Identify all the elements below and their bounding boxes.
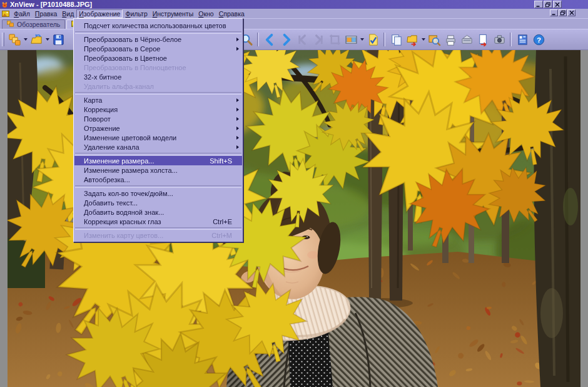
restore-button[interactable] — [544, 1, 552, 8]
menu-item[interactable]: 32-х битное — [74, 72, 242, 81]
slideshow-dropdown-arrow[interactable] — [359, 31, 365, 48]
menubar-item-справка[interactable]: Справка — [216, 9, 247, 18]
move-file-dropdown-arrow[interactable] — [420, 31, 426, 48]
browser-arrow-icon — [24, 38, 28, 41]
properties-button[interactable] — [514, 31, 530, 48]
browser-button[interactable] — [6, 31, 23, 48]
fullscreen-button[interactable] — [426, 31, 442, 48]
menu-item[interactable]: Преобразовать в Цветное — [74, 53, 242, 63]
minimize-button[interactable] — [534, 1, 543, 8]
menubar-item-правка[interactable]: Правка — [33, 9, 59, 18]
move-file-button[interactable] — [404, 31, 420, 48]
acquire-icon — [460, 33, 474, 46]
menubar-item-вид[interactable]: Вид — [59, 9, 76, 18]
first-image-button — [294, 31, 310, 48]
previous-image-button[interactable] — [261, 31, 278, 48]
close-button[interactable] — [553, 1, 562, 8]
open-icon — [30, 33, 43, 46]
crop-button — [327, 31, 343, 48]
menubar: ФайлПравкаВидИзображениеФильтрИнструмент… — [0, 9, 588, 18]
browser-tab-icon — [7, 21, 14, 28]
menubar-item-инструменты[interactable]: Инструменты — [150, 9, 196, 18]
menu-item-label: Автообрезка... — [84, 176, 130, 183]
save-button[interactable] — [50, 31, 66, 48]
menu-item[interactable]: Автообрезка... — [74, 175, 242, 184]
tab-browser[interactable]: Обозреватель — [2, 19, 65, 29]
restore-button-child[interactable] — [559, 9, 567, 16]
next-image-icon — [280, 33, 293, 46]
menu-item[interactable]: Добавить водяной знак... — [74, 207, 242, 217]
menu-item-label: Задать кол-во точек/дюйм... — [84, 190, 173, 197]
menu-item[interactable]: Коррекция красных глазCtrl+E — [74, 217, 242, 226]
first-image-icon — [296, 33, 309, 46]
copy-file-button[interactable] — [388, 31, 404, 48]
menu-item[interactable]: Отражение — [74, 123, 242, 133]
menu-item[interactable]: Преобразовать в Серое — [74, 44, 242, 53]
menu-item[interactable]: Изменение размера...Shift+S — [74, 156, 242, 165]
menu-item[interactable]: Коррекция — [74, 105, 242, 114]
svg-text:?: ? — [537, 36, 541, 43]
submenu-arrow-icon — [236, 38, 239, 41]
close-button-child[interactable] — [567, 9, 575, 16]
crop-icon — [328, 33, 342, 46]
minimize-button-child[interactable] — [550, 9, 558, 16]
print-icon — [444, 33, 457, 46]
menu-item[interactable]: Преобразовать в Чёрно-белое — [74, 34, 242, 44]
open-arrow-icon — [46, 38, 49, 41]
menu-item[interactable]: Подсчет количества использованных цветов — [74, 21, 242, 30]
open-button[interactable] — [28, 31, 44, 48]
window-title: XnView - [P1010488.JPG] — [10, 0, 92, 9]
menu-item-label: Преобразовать в Полноцветное — [84, 64, 186, 71]
toolbar-separator — [383, 33, 385, 46]
capture-icon — [493, 33, 506, 46]
batch-convert-icon — [367, 33, 380, 46]
menu-item-label: Поворот — [84, 115, 111, 123]
move-file-icon — [406, 33, 419, 46]
menubar-item-файл[interactable]: Файл — [11, 9, 33, 18]
menu-item-shortcut: Shift+S — [210, 157, 232, 165]
menu-item[interactable]: Задать кол-во точек/дюйм... — [74, 188, 242, 198]
menu-item[interactable]: Изменение размера холста... — [74, 165, 242, 175]
batch-convert-button[interactable] — [365, 31, 381, 48]
menu-item[interactable]: Добавить текст... — [74, 198, 242, 207]
browser-dropdown-arrow[interactable] — [23, 31, 28, 48]
menu-item-label: Коррекция красных глаз — [84, 218, 161, 225]
menu-item-label: Карта — [84, 96, 102, 104]
menubar-item-изображение[interactable]: Изображение — [76, 9, 123, 18]
slideshow-arrow-icon — [360, 38, 364, 41]
menu-item[interactable]: Поворот — [74, 114, 242, 123]
menu-item-label: Изменение цветовой модели — [84, 134, 176, 142]
menu-item: Изменить карту цветов...Ctrl+M — [74, 230, 242, 240]
save-icon — [52, 33, 65, 46]
image-menu-popup: Подсчет количества использованных цветов… — [73, 18, 243, 242]
menu-item[interactable]: Карта — [74, 95, 242, 105]
menu-item-label: Преобразовать в Серое — [84, 45, 160, 53]
submenu-arrow-icon — [236, 108, 239, 111]
menu-item[interactable]: Изменение цветовой модели — [74, 133, 242, 142]
child-window-icon — [2, 10, 9, 18]
help-button[interactable]: ? — [530, 31, 547, 48]
toolbar-grip-handle[interactable] — [2, 33, 4, 46]
next-image-button[interactable] — [278, 31, 294, 48]
xnview-app-icon — [1, 1, 8, 8]
acquire-button[interactable] — [459, 31, 475, 48]
menu-separator — [74, 184, 242, 188]
menubar-item-фильтр[interactable]: Фильтр — [123, 9, 150, 18]
browser-icon — [8, 33, 21, 46]
print-button[interactable] — [442, 31, 459, 48]
submenu-arrow-icon — [236, 47, 239, 51]
menu-item[interactable]: Удаление канала — [74, 142, 242, 152]
capture-button[interactable] — [491, 31, 507, 48]
properties-icon — [516, 33, 529, 46]
menu-item-label: Преобразовать в Цветное — [84, 54, 167, 62]
submenu-arrow-icon — [236, 98, 239, 102]
slideshow-button[interactable] — [343, 31, 359, 48]
menu-item-shortcut: Ctrl+M — [211, 232, 232, 239]
export-button[interactable] — [475, 31, 491, 48]
open-dropdown-arrow[interactable] — [44, 31, 50, 48]
menu-item-label: Изменить карту цветов... — [84, 232, 163, 239]
toolbar-separator — [257, 33, 259, 46]
menu-separator — [74, 226, 242, 230]
menubar-item-окно[interactable]: Окно — [196, 9, 216, 18]
submenu-arrow-icon — [236, 117, 239, 121]
